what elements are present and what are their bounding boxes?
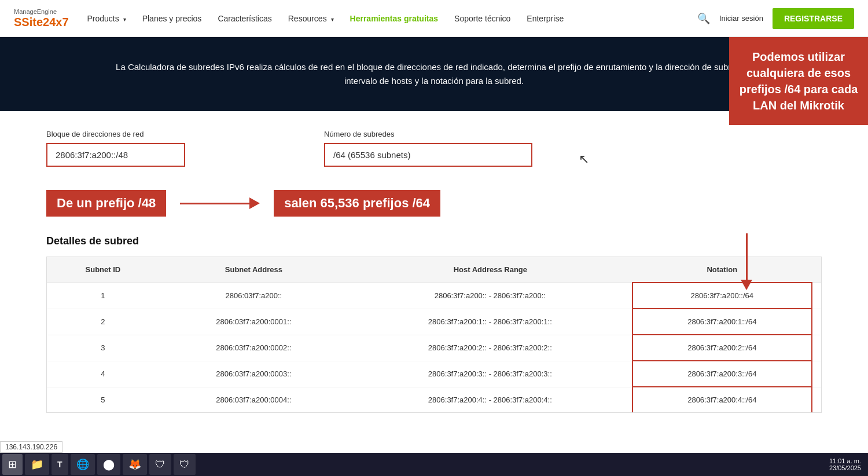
table-row: 2 2806:03f7:a200:0001:: 2806:3f7:a200:1:…: [47, 309, 821, 335]
nav-links: Products ▾ Planes y precios Característi…: [87, 14, 679, 23]
cell-notation: 2806:3f7:a200:2::/64: [632, 335, 812, 361]
nav-herramientas[interactable]: Herramientas gratuitas: [350, 14, 439, 23]
annotation-center: salen 65,536 prefijos /64: [274, 190, 440, 217]
main-content: Bloque de direcciones de red Número de s…: [0, 111, 868, 431]
cell-notation: 2806:3f7:a200::/64: [632, 283, 812, 309]
col-subnet-address: Subnet Address: [159, 257, 348, 283]
form-row: Bloque de direcciones de red Número de s…: [46, 130, 822, 167]
cell-subnet: 2806:03f7:a200:0003::: [159, 361, 348, 387]
cell-subnet: 2806:03f7:a200:0002::: [159, 335, 348, 361]
cell-notation: 2806:3f7:a200:1::/64: [632, 309, 812, 335]
field2-group: Número de subredes: [324, 130, 532, 167]
nav-caracteristicas[interactable]: Características: [218, 14, 271, 23]
annotation-left: De un prefijo /48: [46, 190, 166, 217]
field1-input[interactable]: [46, 143, 185, 167]
col-host-range: Host Address Range: [348, 257, 632, 283]
cell-id: 5: [47, 387, 159, 412]
nav-planes[interactable]: Planes y precios: [142, 14, 202, 23]
field1-label: Bloque de direcciones de red: [46, 130, 185, 138]
cell-id: 1: [47, 283, 159, 309]
col-notation: Notation: [632, 257, 812, 283]
search-icon[interactable]: 🔍: [697, 12, 710, 25]
cell-subnet: 2806:03f7:a200:0001::: [159, 309, 348, 335]
annotations-row: De un prefijo /48 salen 65,536 prefijos …: [46, 190, 822, 217]
subnet-table: Subnet ID Subnet Address Host Address Ra…: [47, 257, 821, 412]
col-scroll[interactable]: [812, 257, 821, 283]
cell-subnet: 2806:03f7:a200::: [159, 283, 348, 309]
nav-resources[interactable]: Resources ▾: [288, 14, 334, 23]
table-row: 3 2806:03f7:a200:0002:: 2806:3f7:a200:2:…: [47, 335, 821, 361]
navbar: ManageEngine SSite24x7 Products ▾ Planes…: [0, 0, 868, 37]
nav-actions: 🔍 Iniciar sesión REGISTRARSE: [697, 8, 854, 29]
nav-soporte[interactable]: Soporte técnico: [454, 14, 510, 23]
nav-products[interactable]: Products ▾: [87, 14, 126, 23]
hero-description: La Calculadora de subredes IPv6 realiza …: [116, 60, 752, 88]
logo-site: SSite24x7: [14, 16, 69, 28]
register-button[interactable]: REGISTRARSE: [773, 8, 854, 29]
field2-input[interactable]: [324, 143, 532, 167]
col-subnet-id: Subnet ID: [47, 257, 159, 283]
field1-group: Bloque de direcciones de red: [46, 130, 185, 167]
subnet-table-wrapper: Subnet ID Subnet Address Host Address Ra…: [46, 257, 822, 413]
cell-id: 2: [47, 309, 159, 335]
cell-subnet: 2806:03f7:a200:0004::: [159, 387, 348, 412]
cell-scroll: [812, 309, 821, 335]
field2-label: Número de subredes: [324, 130, 532, 138]
signin-button[interactable]: Iniciar sesión: [719, 14, 763, 23]
cell-scroll: [812, 335, 821, 361]
annotation-top-right: Podemos utilizar cualquiera de esos pref…: [729, 37, 868, 125]
cell-range: 2806:3f7:a200:1:: - 2806:3f7:a200:1::: [348, 309, 632, 335]
nav-enterprise[interactable]: Enterprise: [527, 14, 564, 23]
cell-range: 2806:3f7:a200:2:: - 2806:3f7:a200:2::: [348, 335, 632, 361]
cell-notation: 2806:3f7:a200:3::/64: [632, 361, 812, 387]
arrow-right: [180, 197, 260, 209]
cell-range: 2806:3f7:a200:3:: - 2806:3f7:a200:3::: [348, 361, 632, 387]
cell-range: 2806:3f7:a200:: - 2806:3f7:a200::: [348, 283, 632, 309]
section-title: Detalles de subred: [46, 235, 822, 247]
table-header-row: Subnet ID Subnet Address Host Address Ra…: [47, 257, 821, 283]
hero-section: La Calculadora de subredes IPv6 realiza …: [0, 37, 868, 111]
table-container: Subnet ID Subnet Address Host Address Ra…: [46, 257, 822, 413]
cell-id: 3: [47, 335, 159, 361]
cell-scroll: [812, 387, 821, 412]
cell-scroll: [812, 361, 821, 387]
table-row: 5 2806:03f7:a200:0004:: 2806:3f7:a200:4:…: [47, 387, 821, 412]
cell-scroll: [812, 283, 821, 309]
logo-manage: ManageEngine: [14, 8, 69, 15]
table-row: 4 2806:03f7:a200:0003:: 2806:3f7:a200:3:…: [47, 361, 821, 387]
cell-range: 2806:3f7:a200:4:: - 2806:3f7:a200:4::: [348, 387, 632, 412]
cell-id: 4: [47, 361, 159, 387]
logo[interactable]: ManageEngine SSite24x7: [14, 8, 69, 28]
cursor-icon: ↖: [579, 152, 589, 167]
table-row: 1 2806:03f7:a200:: 2806:3f7:a200:: - 280…: [47, 283, 821, 309]
annotation-arrow-down: [741, 233, 752, 290]
cell-notation: 2806:3f7:a200:4::/64: [632, 387, 812, 412]
